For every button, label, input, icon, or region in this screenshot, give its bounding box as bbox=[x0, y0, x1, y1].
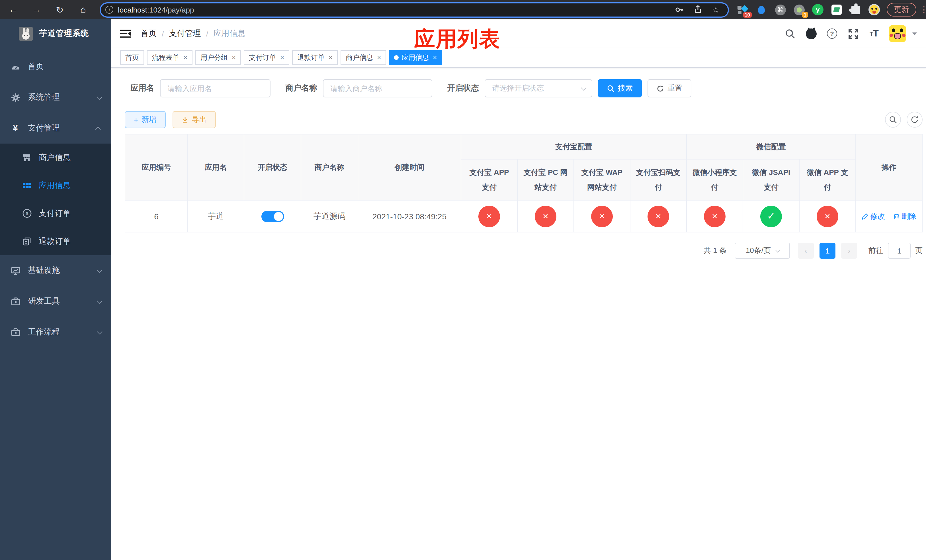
profile-avatar-icon[interactable] bbox=[869, 4, 880, 15]
sidebar-item-pay-order[interactable]: ¥ 支付订单 bbox=[0, 200, 111, 227]
chevron-down-icon bbox=[97, 328, 103, 334]
table-row: 6 芋道 芋道源码 2021-10-23 08:49:25 × × × × × … bbox=[125, 200, 922, 232]
sidebar-item-payment[interactable]: ¥ 支付管理 bbox=[0, 113, 111, 144]
sidebar-item-label: 支付管理 bbox=[28, 123, 60, 133]
app-logo[interactable]: 芋道管理系统 bbox=[0, 20, 111, 48]
browser-forward-button[interactable]: → bbox=[29, 2, 44, 17]
close-icon[interactable]: × bbox=[433, 53, 437, 62]
app-name-label: 应用名 bbox=[130, 83, 154, 94]
sidebar-item-system[interactable]: 系统管理 bbox=[0, 82, 111, 113]
github-icon[interactable] bbox=[805, 27, 817, 40]
merchant-name-input[interactable] bbox=[323, 79, 432, 97]
col-created: 创建时间 bbox=[358, 134, 461, 200]
chrome-update-button[interactable]: 更新 bbox=[887, 3, 916, 17]
address-bar[interactable]: i localhost:1024/pay/app ☆ bbox=[100, 2, 729, 17]
sidebar-fold-icon[interactable] bbox=[120, 29, 131, 38]
url-text[interactable]: localhost:1024/pay/app bbox=[118, 5, 194, 14]
sidebar-item-infra[interactable]: 基础设施 bbox=[0, 255, 111, 286]
status-cross-icon: × bbox=[478, 205, 500, 227]
edit-link[interactable]: 修改 bbox=[862, 211, 885, 221]
col-app-name: 应用名 bbox=[188, 134, 244, 200]
group-wechat-config: 微信配置 bbox=[687, 134, 856, 159]
tags-view: 首页 流程表单× 用户分组× 支付订单× 退款订单× 商户信息× 应用信息× bbox=[111, 48, 926, 68]
document-copy-icon bbox=[22, 236, 32, 247]
delete-link[interactable]: 删除 bbox=[893, 211, 916, 221]
extensions-puzzle-icon[interactable] bbox=[850, 4, 861, 15]
header-search-icon[interactable] bbox=[784, 27, 796, 40]
avatar-caret-icon[interactable] bbox=[912, 32, 917, 35]
tab-process-form[interactable]: 流程表单× bbox=[147, 50, 192, 65]
payment-submenu: 商户信息 应用信息 ¥ 支付订单 bbox=[0, 144, 111, 255]
sidebar-item-label: 应用信息 bbox=[39, 180, 71, 191]
fullscreen-icon[interactable] bbox=[847, 27, 859, 40]
ext-chat-icon[interactable] bbox=[831, 4, 842, 15]
chevron-up-icon bbox=[95, 126, 101, 132]
search-button[interactable]: 搜索 bbox=[598, 79, 642, 97]
reset-button[interactable]: 重置 bbox=[648, 79, 691, 97]
tab-refund-order[interactable]: 退款订单× bbox=[292, 50, 338, 65]
sidebar-item-merchant-info[interactable]: 商户信息 bbox=[0, 144, 111, 171]
ext-balloon-icon[interactable] bbox=[756, 4, 767, 15]
breadcrumb-home[interactable]: 首页 bbox=[141, 29, 157, 39]
sidebar-item-refund-order[interactable]: 退款订单 bbox=[0, 227, 111, 255]
user-avatar[interactable] bbox=[889, 25, 906, 42]
add-button[interactable]: + 新增 bbox=[125, 111, 165, 128]
app-title: 芋道管理系统 bbox=[39, 29, 89, 39]
close-icon[interactable]: × bbox=[183, 53, 188, 62]
prev-page-button[interactable]: ‹ bbox=[798, 243, 814, 259]
status-cross-icon: × bbox=[591, 205, 613, 227]
bookmark-star-icon[interactable]: ☆ bbox=[711, 5, 721, 15]
close-icon[interactable]: × bbox=[328, 53, 333, 62]
toggle-search-button[interactable] bbox=[885, 112, 901, 128]
group-alipay-config: 支付宝配置 bbox=[461, 134, 687, 159]
chevron-down-icon bbox=[581, 85, 587, 90]
col-wx-mini: 微信小程序支付 bbox=[687, 159, 743, 200]
ext-command-icon[interactable]: ⌘ bbox=[775, 4, 786, 15]
sidebar-item-dev-tools[interactable]: 研发工具 bbox=[0, 286, 111, 317]
sidebar-item-label: 工作流程 bbox=[28, 327, 60, 337]
briefcase-icon bbox=[10, 327, 21, 337]
status-select[interactable]: 请选择开启状态 bbox=[485, 79, 592, 97]
next-page-button[interactable]: › bbox=[841, 243, 857, 259]
goto-page-input[interactable] bbox=[888, 243, 911, 259]
close-icon[interactable]: × bbox=[232, 53, 236, 62]
enabled-toggle[interactable] bbox=[261, 210, 284, 222]
chevron-down-icon bbox=[97, 94, 103, 100]
browser-reload-button[interactable]: ↻ bbox=[52, 2, 67, 17]
ext-target-icon[interactable]: 1 bbox=[793, 4, 805, 15]
browser-home-button[interactable]: ⌂ bbox=[76, 2, 91, 17]
ext-diamond-icon[interactable]: 10 bbox=[737, 4, 748, 15]
help-icon[interactable]: ? bbox=[826, 27, 838, 40]
page-1-button[interactable]: 1 bbox=[820, 243, 835, 259]
status-check-icon: ✓ bbox=[760, 205, 782, 227]
sidebar-item-label: 退款订单 bbox=[39, 236, 71, 247]
tab-merchant-info[interactable]: 商户信息× bbox=[340, 50, 386, 65]
storefront-icon bbox=[22, 152, 32, 163]
breadcrumb-payment[interactable]: 支付管理 bbox=[169, 29, 201, 39]
app-table: 应用编号 应用名 开启状态 商户名称 创建时间 支付宝配置 微信配置 操作 支付… bbox=[125, 134, 923, 232]
app-name-input[interactable] bbox=[160, 79, 271, 97]
browser-back-button[interactable]: ← bbox=[6, 2, 21, 17]
password-key-icon[interactable] bbox=[674, 5, 684, 15]
browser-menu-icon[interactable]: ⋮ bbox=[920, 5, 926, 15]
sidebar-item-label: 支付订单 bbox=[39, 208, 71, 218]
page-size-select[interactable]: 10条/页 bbox=[735, 243, 790, 259]
col-status: 开启状态 bbox=[244, 134, 301, 200]
tab-pay-order[interactable]: 支付订单× bbox=[244, 50, 289, 65]
sidebar-item-workflow[interactable]: 工作流程 bbox=[0, 317, 111, 348]
tab-home[interactable]: 首页 bbox=[120, 50, 144, 65]
export-button[interactable]: 导出 bbox=[172, 111, 216, 128]
breadcrumb-separator: / bbox=[162, 29, 164, 38]
page-unit-label: 页 bbox=[915, 245, 923, 256]
sidebar-item-home[interactable]: 首页 bbox=[0, 51, 111, 82]
sidebar-item-app-info[interactable]: 应用信息 bbox=[0, 171, 111, 200]
share-icon[interactable] bbox=[693, 5, 703, 15]
ext-yuque-icon[interactable]: y bbox=[812, 4, 823, 15]
site-info-icon[interactable]: i bbox=[105, 6, 113, 14]
tab-user-group[interactable]: 用户分组× bbox=[195, 50, 241, 65]
sidebar-item-label: 首页 bbox=[28, 62, 44, 72]
font-size-icon[interactable]: TT bbox=[868, 27, 881, 40]
close-icon[interactable]: × bbox=[377, 53, 381, 62]
refresh-button[interactable] bbox=[906, 112, 923, 128]
close-icon[interactable]: × bbox=[280, 53, 284, 62]
